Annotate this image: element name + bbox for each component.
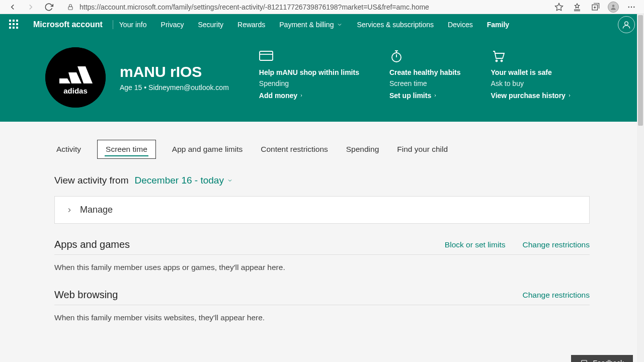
chevron-down-icon	[227, 177, 233, 184]
svg-point-20	[496, 60, 497, 62]
hero-cards: Help mANU shop within limits Spending Ad…	[259, 47, 599, 108]
web-empty-text: When this family member visits websites,…	[54, 313, 590, 322]
site-header: Microsoft account Your info Privacy Secu…	[0, 14, 644, 35]
svg-point-9	[628, 6, 629, 7]
view-activity-row: View activity from December 16 - today	[54, 175, 590, 186]
set-up-limits-link[interactable]: Set up limits	[389, 92, 437, 100]
hero-card-title: Your wallet is safe	[491, 68, 572, 77]
section-web-browsing: Web browsing Change restrictions When th…	[54, 289, 590, 322]
profile-name: mANU rIOS	[120, 63, 229, 80]
profile-avatar: adidas	[45, 47, 106, 108]
app-launcher-icon[interactable]	[9, 20, 19, 30]
add-money-link[interactable]: Add money	[259, 92, 303, 100]
profile-identity: adidas mANU rIOS Age 15 • Sidneymen@outl…	[45, 47, 229, 108]
svg-point-21	[501, 60, 502, 62]
chevron-right-icon	[66, 207, 73, 214]
forward-button	[25, 2, 36, 13]
hero-card-sub: Ask to buy	[491, 79, 572, 87]
scrollbar-thumb[interactable]	[638, 15, 643, 126]
chevron-right-icon	[299, 93, 303, 99]
apps-empty-text: When this family member uses apps or gam…	[54, 263, 590, 272]
collections-button[interactable]	[590, 2, 601, 13]
top-nav: Your info Privacy Security Rewards Payme…	[119, 14, 618, 35]
hero-card-screen-time: Create healthy habits Screen time Set up…	[389, 49, 461, 108]
hero-card-sub: Spending	[259, 79, 359, 87]
change-restrictions-link[interactable]: Change restrictions	[522, 291, 590, 300]
section-title: Web browsing	[54, 289, 118, 301]
profile-email: Sidneymen@outlook.com	[148, 83, 229, 92]
refresh-button[interactable]	[43, 2, 54, 13]
change-restrictions-link[interactable]: Change restrictions	[522, 240, 590, 249]
svg-point-12	[625, 22, 628, 25]
chevron-down-icon	[337, 22, 343, 28]
hero-card-sub: Screen time	[389, 79, 461, 87]
hero-card-spending: Help mANU shop within limits Spending Ad…	[259, 49, 359, 108]
address-bar[interactable]: https://account.microsoft.com/family/set…	[61, 3, 546, 11]
profile-subline: Age 15 • Sidneymen@outlook.com	[120, 83, 229, 92]
svg-point-10	[631, 6, 632, 7]
nav-services[interactable]: Services & subscriptions	[357, 14, 434, 35]
section-apps-games: Apps and games Block or set limits Chang…	[54, 239, 590, 272]
credit-card-icon	[259, 49, 273, 63]
tab-find-child[interactable]: Find your child	[395, 140, 450, 159]
browser-profile-avatar[interactable]	[608, 2, 619, 13]
cart-icon	[491, 49, 505, 63]
manage-label: Manage	[80, 205, 113, 215]
brand-label[interactable]: Microsoft account	[33, 20, 113, 29]
section-header: Web browsing Change restrictions	[54, 289, 590, 305]
main-content: Activity Screen time App and game limits…	[0, 122, 644, 362]
browser-right-controls	[553, 2, 637, 13]
account-avatar-button[interactable]	[618, 16, 635, 33]
nav-security[interactable]: Security	[198, 14, 223, 35]
nav-devices[interactable]: Devices	[448, 14, 473, 35]
feedback-button[interactable]: Feedback	[571, 355, 633, 362]
browser-toolbar: https://account.microsoft.com/family/set…	[0, 0, 644, 14]
back-button[interactable]	[7, 2, 18, 13]
view-purchase-history-link[interactable]: View purchase history	[491, 92, 572, 100]
svg-rect-0	[68, 7, 72, 10]
tab-activity[interactable]: Activity	[54, 140, 83, 159]
chat-icon	[580, 359, 588, 362]
chevron-right-icon	[568, 93, 572, 99]
favorite-button[interactable]	[553, 2, 565, 13]
nav-payment-label: Payment & billing	[279, 21, 334, 29]
hero-card-title: Create healthy habits	[389, 68, 461, 77]
nav-family[interactable]: Family	[487, 14, 509, 35]
profile-name-block: mANU rIOS Age 15 • Sidneymen@outlook.com	[120, 63, 229, 92]
svg-point-8	[612, 5, 615, 7]
svg-marker-2	[575, 4, 580, 8]
chevron-right-icon	[433, 93, 437, 99]
nav-privacy[interactable]: Privacy	[161, 14, 184, 35]
nav-payment[interactable]: Payment & billing	[279, 14, 343, 35]
tab-content-restrictions[interactable]: Content restrictions	[259, 140, 330, 159]
browser-menu-button[interactable]	[626, 2, 637, 13]
section-header: Apps and games Block or set limits Chang…	[54, 239, 590, 255]
avatar-brand-text: adidas	[63, 86, 88, 95]
vertical-scrollbar[interactable]	[637, 14, 644, 362]
favorites-list-button[interactable]	[572, 2, 583, 13]
manage-expander[interactable]: Manage	[54, 196, 590, 224]
hero-card-wallet: Your wallet is safe Ask to buy View purc…	[491, 49, 572, 108]
block-set-limits-link[interactable]: Block or set limits	[445, 240, 506, 249]
family-tabs: Activity Screen time App and game limits…	[54, 140, 590, 159]
svg-point-11	[633, 6, 634, 7]
tab-spending[interactable]: Spending	[344, 140, 381, 159]
url-text: https://account.microsoft.com/family/set…	[79, 3, 429, 11]
tab-app-limits[interactable]: App and game limits	[170, 140, 245, 159]
nav-rewards[interactable]: Rewards	[237, 14, 265, 35]
svg-marker-1	[555, 3, 563, 10]
profile-hero: adidas mANU rIOS Age 15 • Sidneymen@outl…	[0, 35, 644, 122]
section-title: Apps and games	[54, 239, 130, 250]
view-activity-label: View activity from	[54, 175, 128, 186]
profile-age: Age 15	[120, 83, 142, 92]
date-range-selector[interactable]: December 16 - today	[134, 175, 232, 186]
svg-rect-14	[260, 51, 273, 60]
tab-screen-time[interactable]: Screen time	[97, 140, 156, 159]
stopwatch-icon	[389, 49, 404, 63]
lock-icon	[66, 3, 74, 11]
nav-your-info[interactable]: Your info	[119, 14, 147, 35]
hero-card-title: Help mANU shop within limits	[259, 68, 359, 77]
